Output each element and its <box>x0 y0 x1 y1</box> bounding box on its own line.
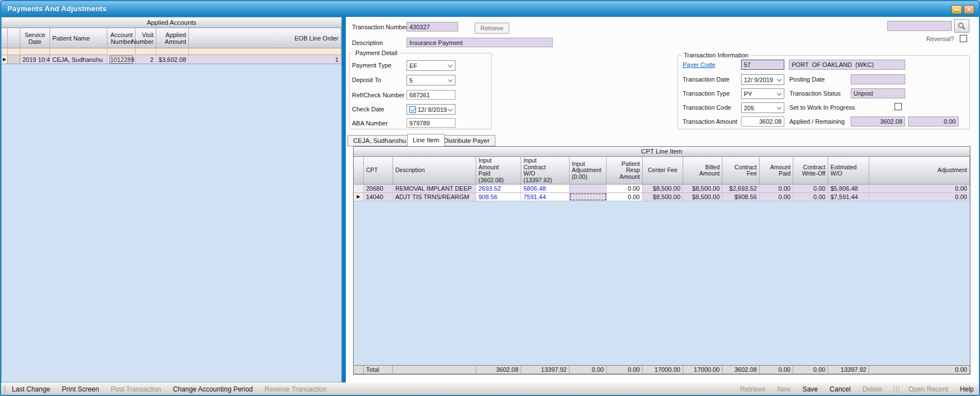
remaining-field: 0.00 <box>908 116 959 127</box>
applied-account-row[interactable]: ▶ 2019 10:45:00 CEJA, Sudhanshu 1012289 … <box>2 55 341 64</box>
col-input-adjustment[interactable]: Input Adjustment (0.00) <box>570 157 607 184</box>
adjustment-cell[interactable]: 0.00 <box>869 193 970 201</box>
col-service-date[interactable]: Service Date <box>20 28 50 48</box>
last-change-button[interactable]: Last Change <box>12 385 50 393</box>
amount-paid-cell[interactable]: 0.00 <box>760 193 793 201</box>
transaction-amount-field[interactable]: 3602.08 <box>741 116 784 127</box>
account-number-value[interactable]: 1012289 <box>110 56 133 64</box>
col-estimated-wo[interactable]: Estimated W/O <box>828 157 869 184</box>
filter-cell[interactable] <box>50 48 107 55</box>
description-field[interactable]: Insurance Payment <box>407 38 553 47</box>
print-screen-button[interactable]: Print Screen <box>62 385 99 393</box>
tab-patient[interactable]: CEJA, Sudhanshu <box>347 135 412 146</box>
input-adjustment-cell[interactable] <box>570 184 607 192</box>
retrieve-button[interactable]: Retrieve <box>475 22 509 34</box>
filter-cell[interactable] <box>156 48 189 55</box>
input-contract-wo-cell[interactable]: 5806.48 <box>521 184 570 192</box>
eob-line-order-cell[interactable]: 1 <box>189 55 341 64</box>
transaction-date-picker[interactable]: 12/ 9/2019 <box>741 74 784 85</box>
change-accounting-period-button[interactable]: Change Accounting Period <box>173 385 252 393</box>
search-button[interactable] <box>954 19 969 33</box>
cpt-row-selector-cell[interactable]: ▶ <box>354 193 364 201</box>
filter-cell[interactable] <box>189 48 341 55</box>
center-fee-cell[interactable]: $8,500.00 <box>643 184 683 192</box>
col-adjustment[interactable]: Adjustment <box>869 157 970 184</box>
check-date-checkbox-checked-icon[interactable] <box>409 106 416 113</box>
cpt-code-cell[interactable]: 14040 <box>364 193 393 201</box>
transaction-code-select[interactable]: 205 <box>741 102 784 113</box>
cpt-row-selector-cell[interactable] <box>354 184 364 192</box>
col-center-fee[interactable]: Center Fee <box>643 157 683 184</box>
contract-writeoff-cell[interactable]: 0.00 <box>793 184 828 192</box>
close-button[interactable]: × <box>964 5 974 14</box>
reversal-checkbox[interactable] <box>960 35 967 42</box>
center-fee-cell[interactable]: $8,500.00 <box>643 193 683 201</box>
applied-amount-cell[interactable]: $3,602.08 <box>156 55 189 64</box>
cpt-row-selected[interactable]: ▶ 14040 ADJT TIS TRNS/REARGM 908.56 7591… <box>354 193 970 201</box>
input-amount-paid-cell[interactable]: 908.56 <box>476 193 521 201</box>
account-number-cell[interactable]: 1012289 <box>107 55 136 64</box>
col-eob-line-order[interactable]: EOB Line Order <box>189 28 341 48</box>
deposit-to-select[interactable]: 5 <box>407 75 455 86</box>
billed-amount-cell[interactable]: $8,500.00 <box>683 193 722 201</box>
col-amount-paid[interactable]: Amount Paid <box>760 157 793 184</box>
input-amount-paid-cell[interactable]: 2693.52 <box>476 184 521 192</box>
filter-cell[interactable] <box>2 48 8 55</box>
col-applied-amount[interactable]: Applied Amount <box>156 28 189 48</box>
service-date-cell[interactable]: 2019 10:45:00 <box>20 55 50 64</box>
minimize-button[interactable] <box>951 5 962 14</box>
panel-splitter[interactable] <box>342 17 346 382</box>
total-center-fee: 17000.00 <box>643 366 683 374</box>
search-input[interactable] <box>887 21 952 31</box>
billed-amount-cell[interactable]: $8,500.00 <box>683 184 722 192</box>
save-button[interactable]: Save <box>802 385 818 393</box>
payment-type-select[interactable]: EF <box>407 60 455 71</box>
col-contract-fee[interactable]: Contract Fee <box>722 157 760 184</box>
adjustment-cell[interactable]: 0.00 <box>869 184 970 192</box>
payer-code-link[interactable]: Payer Code <box>683 61 715 68</box>
description-cell[interactable]: ADJT TIS TRNS/REARGM <box>393 193 476 201</box>
filter-cell[interactable] <box>136 48 156 55</box>
col-patient-resp[interactable]: Patient Resp Amount <box>607 157 643 184</box>
visit-number-cell[interactable]: 2 <box>136 55 156 64</box>
description-cell[interactable]: REMOVAL IMPLANT DEEP <box>393 184 476 192</box>
transaction-type-select[interactable]: PY <box>741 88 784 99</box>
patient-name-cell[interactable]: CEJA, Sudhanshu <box>50 55 107 64</box>
titlebar[interactable]: Payments And Adjustments × <box>1 1 979 17</box>
aba-number-field[interactable]: 979789 <box>407 118 455 128</box>
patient-resp-cell[interactable]: 0.00 <box>607 184 643 192</box>
tab-distribute-payer[interactable]: Distribute Payer <box>438 135 495 146</box>
tab-line-item[interactable]: Line Item <box>407 134 445 146</box>
contract-fee-cell[interactable]: $2,693.52 <box>722 184 760 192</box>
help-button[interactable]: Help <box>960 385 974 393</box>
contract-fee-cell[interactable]: $908.56 <box>722 193 760 201</box>
col-cpt[interactable]: CPT <box>364 157 393 184</box>
col-input-amount-paid[interactable]: Input Amount Paid (3602.08) <box>476 157 521 184</box>
payer-code-field[interactable]: 57 <box>741 60 784 70</box>
col-description[interactable]: Description <box>393 157 476 184</box>
check-date-picker[interactable]: 12/ 8/2019 <box>407 104 455 115</box>
filter-cell[interactable] <box>20 48 50 55</box>
estimated-wo-cell[interactable]: $5,806.48 <box>828 184 869 192</box>
cancel-button[interactable]: Cancel <box>830 385 851 393</box>
cpt-row[interactable]: 20680 REMOVAL IMPLANT DEEP 2693.52 5806.… <box>354 184 970 193</box>
patient-resp-cell[interactable]: 0.00 <box>607 193 643 201</box>
wip-checkbox[interactable] <box>895 103 902 110</box>
input-contract-wo-cell[interactable]: 7591.44 <box>521 193 570 201</box>
filter-cell[interactable] <box>8 48 20 55</box>
filter-cell[interactable] <box>107 48 136 55</box>
contract-writeoff-cell[interactable]: 0.00 <box>793 193 828 201</box>
col-contract-writeoff[interactable]: Contract Write-Off <box>793 157 828 184</box>
transaction-number-field[interactable]: 430327 <box>407 22 458 32</box>
col-input-contract-wo[interactable]: Input Contract W/O (13397.92) <box>521 157 570 184</box>
ref-check-field[interactable]: 687361 <box>407 90 455 100</box>
col-patient-name[interactable]: Patient Name <box>50 28 107 48</box>
cpt-code-cell[interactable]: 20680 <box>364 184 393 192</box>
row-selector-cell[interactable]: ▶ <box>2 55 8 64</box>
reverse-transaction-button: Reverse Transaction <box>265 385 327 393</box>
col-billed-amount[interactable]: Billed Amount <box>683 157 722 184</box>
col-visit-number[interactable]: Visit Number <box>136 28 156 48</box>
estimated-wo-cell[interactable]: $7,591.44 <box>828 193 869 201</box>
amount-paid-cell[interactable]: 0.00 <box>760 184 793 192</box>
input-adjustment-cell-focused[interactable] <box>570 193 607 201</box>
